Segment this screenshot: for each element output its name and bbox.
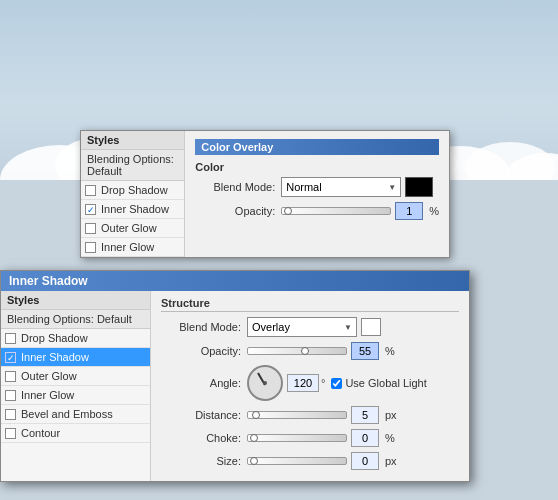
opacity-slider-thumb[interactable] [284, 207, 292, 215]
front-blend-mode-label: Blend Mode: [161, 321, 241, 333]
front-size-label: Size: [161, 455, 241, 467]
inner-shadow-settings: Structure Blend Mode: Overlay ▼ Opacity: [151, 291, 469, 481]
front-choke-thumb[interactable] [250, 434, 258, 442]
front-distance-unit: px [385, 409, 397, 421]
main-area: Styles Blending Options: Default Drop Sh… [0, 0, 558, 500]
front-opacity-percent: % [385, 345, 395, 357]
opacity-percent: % [429, 205, 439, 217]
front-choke-label: Choke: [161, 432, 241, 444]
front-style-drop-shadow[interactable]: Drop Shadow [1, 329, 150, 348]
opacity-slider-container: 1 % [281, 202, 439, 220]
front-outer-glow-label: Outer Glow [21, 370, 77, 382]
back-inner-shadow-checkbox[interactable]: ✓ [85, 204, 96, 215]
front-inner-shadow-checkbox[interactable]: ✓ [5, 352, 16, 363]
front-blend-color-swatch[interactable] [361, 318, 381, 336]
use-global-light-label: Use Global Light [331, 377, 426, 389]
front-size-slider-container: 0 px [247, 452, 397, 470]
front-bevel-checkbox[interactable] [5, 409, 16, 420]
front-blend-mode-value: Overlay [252, 321, 290, 333]
angle-dial[interactable] [247, 365, 283, 401]
front-inner-shadow-label: Inner Shadow [21, 351, 89, 363]
back-styles-panel: Styles Blending Options: Default Drop Sh… [81, 131, 185, 257]
back-dialog: Styles Blending Options: Default Drop Sh… [80, 130, 450, 258]
front-distance-slider-track[interactable] [247, 411, 347, 419]
color-sub-title: Color [195, 161, 439, 173]
front-choke-slider-container: 0 % [247, 429, 395, 447]
back-drop-shadow-checkbox[interactable] [85, 185, 96, 196]
front-size-slider-track[interactable] [247, 457, 347, 465]
front-dialog-content: Styles Blending Options: Default Drop Sh… [1, 291, 469, 481]
front-drop-shadow-checkbox[interactable] [5, 333, 16, 344]
front-drop-shadow-label: Drop Shadow [21, 332, 88, 344]
front-opacity-label: Opacity: [161, 345, 241, 357]
back-dialog-content: Styles Blending Options: Default Drop Sh… [81, 131, 449, 257]
use-global-light-text: Use Global Light [345, 377, 426, 389]
blend-mode-row: Blend Mode: Normal ▼ [195, 177, 439, 197]
front-angle-row: Angle: 120 ° Use Global Light [161, 365, 459, 401]
front-style-contour[interactable]: Contour [1, 424, 150, 443]
front-size-row: Size: 0 px [161, 452, 459, 470]
front-blend-mode-arrow-icon: ▼ [344, 323, 352, 332]
front-bevel-label: Bevel and Emboss [21, 408, 113, 420]
front-degree-symbol: ° [321, 377, 325, 389]
color-overlay-panel: Color Overlay Color Blend Mode: Normal ▼… [185, 131, 449, 257]
front-distance-label: Distance: [161, 409, 241, 421]
front-styles-panel: Styles Blending Options: Default Drop Sh… [1, 291, 151, 481]
front-style-blending[interactable]: Blending Options: Default [1, 310, 150, 329]
front-opacity-row: Opacity: 55 % [161, 342, 459, 360]
front-choke-input[interactable]: 0 [351, 429, 379, 447]
front-style-bevel-emboss[interactable]: Bevel and Emboss [1, 405, 150, 424]
back-outer-glow-checkbox[interactable] [85, 223, 96, 234]
front-opacity-slider-container: 55 % [247, 342, 395, 360]
front-distance-input[interactable]: 5 [351, 406, 379, 424]
back-style-item-drop-shadow[interactable]: Drop Shadow [81, 181, 184, 200]
use-global-light-checkbox[interactable] [331, 378, 342, 389]
front-angle-input[interactable]: 120 [287, 374, 319, 392]
dial-center [263, 381, 267, 385]
back-drop-shadow-label: Drop Shadow [101, 184, 168, 196]
structure-label: Structure [161, 297, 459, 312]
back-inner-glow-label: Inner Glow [101, 241, 154, 253]
back-style-item-outer-glow[interactable]: Outer Glow [81, 219, 184, 238]
back-blending-label: Blending Options: Default [87, 153, 174, 177]
front-opacity-slider-thumb[interactable] [301, 347, 309, 355]
color-overlay-title: Color Overlay [195, 139, 439, 155]
front-blending-label: Blending Options: Default [7, 313, 132, 325]
back-styles-title: Styles [81, 131, 184, 150]
front-style-outer-glow[interactable]: Outer Glow [1, 367, 150, 386]
back-inner-shadow-label: Inner Shadow [101, 203, 169, 215]
front-choke-unit: % [385, 432, 395, 444]
blend-mode-label: Blend Mode: [195, 181, 275, 193]
front-inner-glow-checkbox[interactable] [5, 390, 16, 401]
front-choke-row: Choke: 0 % [161, 429, 459, 447]
front-blend-mode-dropdown[interactable]: Overlay ▼ [247, 317, 357, 337]
blend-mode-dropdown[interactable]: Normal ▼ [281, 177, 401, 197]
front-size-unit: px [385, 455, 397, 467]
front-dialog: Inner Shadow Styles Blending Options: De… [0, 270, 470, 482]
front-opacity-input[interactable]: 55 [351, 342, 379, 360]
front-style-inner-glow[interactable]: Inner Glow [1, 386, 150, 405]
front-outer-glow-checkbox[interactable] [5, 371, 16, 382]
front-opacity-slider-track[interactable] [247, 347, 347, 355]
front-size-input[interactable]: 0 [351, 452, 379, 470]
back-style-item-inner-shadow[interactable]: ✓ Inner Shadow [81, 200, 184, 219]
front-choke-slider-track[interactable] [247, 434, 347, 442]
back-inner-glow-checkbox[interactable] [85, 242, 96, 253]
blend-mode-value: Normal [286, 181, 321, 193]
front-styles-title: Styles [1, 291, 150, 310]
back-outer-glow-label: Outer Glow [101, 222, 157, 234]
back-style-item-inner-glow[interactable]: Inner Glow [81, 238, 184, 257]
color-swatch[interactable] [405, 177, 433, 197]
front-style-inner-shadow[interactable]: ✓ Inner Shadow [1, 348, 150, 367]
front-distance-thumb[interactable] [252, 411, 260, 419]
back-style-item-blending[interactable]: Blending Options: Default [81, 150, 184, 181]
opacity-slider-track[interactable] [281, 207, 391, 215]
front-blend-mode-row: Blend Mode: Overlay ▼ [161, 317, 459, 337]
opacity-input[interactable]: 1 [395, 202, 423, 220]
front-inner-glow-label: Inner Glow [21, 389, 74, 401]
opacity-row: Opacity: 1 % [195, 202, 439, 220]
inner-shadow-header: Inner Shadow [1, 271, 469, 291]
front-contour-checkbox[interactable] [5, 428, 16, 439]
front-distance-slider-container: 5 px [247, 406, 397, 424]
front-size-thumb[interactable] [250, 457, 258, 465]
